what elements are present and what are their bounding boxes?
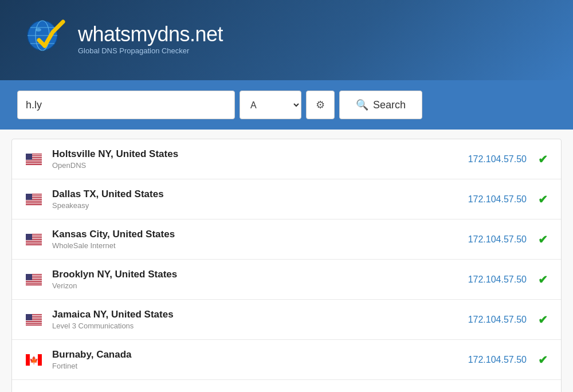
status-check-icon: ✔ [538,233,548,246]
status-cell: ✔ [536,193,550,206]
location-cell: Holtsville NY, United States OpenDNS [44,148,468,170]
logo-icon [23,16,69,62]
ip-address: 172.104.57.50 [468,355,527,365]
results-table: Holtsville NY, United States OpenDNS 172… [11,139,562,392]
table-row: Holtsville NY, United States OpenDNS 172… [12,139,561,179]
settings-button[interactable]: ⚙ [306,91,335,119]
svg-rect-18 [26,164,42,165]
status-cell: ✔ [536,152,550,166]
svg-rect-33 [26,194,32,200]
svg-rect-56 [26,281,42,282]
status-check-icon: ✔ [538,193,548,206]
svg-rect-69 [26,320,42,321]
status-check-icon: ✔ [538,273,548,287]
ip-address: 172.104.57.50 [468,154,527,164]
search-bar-area: A AAAA CNAME MX NS PTR SOA SRV TXT ⚙ 🔍 S… [0,80,573,130]
svg-rect-71 [26,322,42,323]
table-row: Dallas TX, United States Speakeasy 172.1… [12,179,561,219]
status-cell: ✔ [536,273,550,287]
svg-rect-57 [26,281,42,283]
results-area: Holtsville NY, United States OpenDNS 172… [0,130,573,392]
location-name: Jamaica NY, United States [52,309,468,320]
svg-rect-30 [26,202,42,203]
search-button[interactable]: 🔍 Search [339,91,422,119]
svg-rect-29 [26,201,42,202]
ip-address: 172.104.57.50 [468,194,527,205]
location-cell: Kansas City, United States WholeSale Int… [44,229,468,250]
ip-address: 172.104.57.50 [468,275,527,285]
svg-rect-60 [26,284,42,285]
status-cell: ✔ [536,353,550,367]
status-cell: ✔ [536,313,550,327]
table-row: Jamaica NY, United States Level 3 Commun… [12,300,561,340]
location-name: Dallas TX, United States [52,189,468,200]
svg-rect-17 [26,163,42,164]
svg-rect-44 [26,242,42,244]
site-title: whatsmydns.net [78,23,223,46]
svg-rect-46 [26,244,42,245]
svg-rect-43 [26,241,42,242]
flag-cell [23,234,44,245]
svg-rect-59 [26,283,42,284]
location-provider: WholeSale Internet [52,241,468,250]
flag-cell [23,274,44,285]
location-name: Brooklyn NY, United States [52,269,468,280]
svg-rect-27 [26,199,42,201]
flag-cell [23,194,44,205]
ip-address: 172.104.57.50 [468,234,527,245]
location-name: Kansas City, United States [52,229,468,240]
svg-rect-16 [26,162,42,163]
location-name: Holtsville NY, United States [52,148,468,160]
svg-rect-72 [26,323,42,324]
table-row: Mexico City, Mexico ✖ [12,380,561,392]
svg-rect-70 [26,321,42,322]
location-provider: Speakeasy [52,201,468,210]
svg-rect-74 [26,324,42,326]
svg-rect-32 [26,204,42,205]
ip-address: 172.104.57.50 [468,315,527,325]
svg-rect-58 [26,283,42,284]
svg-rect-28 [26,201,42,202]
status-check-icon: ✔ [538,353,548,367]
svg-rect-13 [26,159,42,160]
svg-rect-78 [38,354,42,366]
svg-rect-41 [26,240,42,241]
location-provider: Fortinet [52,362,468,370]
location-name: Burnaby, Canada [52,349,468,360]
location-cell: Brooklyn NY, United States Verizon [44,269,468,290]
svg-rect-47 [26,234,32,240]
table-row: 🍁 Burnaby, Canada Fortinet 172.104.57.50… [12,340,561,380]
svg-rect-73 [26,323,42,324]
flag-cell [23,154,44,165]
domain-search-input[interactable] [17,91,235,119]
svg-point-5 [36,28,41,32]
location-cell: Burnaby, Canada Fortinet [44,349,468,370]
site-subtitle: Global DNS Propagation Checker [78,46,223,55]
search-button-label: Search [373,99,406,111]
logo-area: whatsmydns.net Global DNS Propagation Ch… [23,16,223,62]
location-provider: Level 3 Communications [52,322,468,330]
svg-rect-14 [26,160,42,162]
svg-text:🍁: 🍁 [29,355,39,365]
flag-cell: 🍁 [23,354,44,366]
location-cell: Dallas TX, United States Speakeasy [44,189,468,210]
table-row: Brooklyn NY, United States Verizon 172.1… [12,260,561,300]
status-check-icon: ✔ [538,152,548,166]
svg-rect-15 [26,161,42,162]
gear-icon: ⚙ [316,99,325,111]
table-row: Kansas City, United States WholeSale Int… [12,219,561,260]
header: whatsmydns.net Global DNS Propagation Ch… [0,0,573,80]
logo-text-area: whatsmydns.net Global DNS Propagation Ch… [78,23,223,56]
location-cell: Jamaica NY, United States Level 3 Commun… [44,309,468,330]
svg-rect-45 [26,243,42,244]
flag-cell [23,314,44,326]
location-provider: OpenDNS [52,161,468,170]
svg-rect-55 [26,280,42,281]
status-check-icon: ✔ [538,313,548,327]
status-cell: ✔ [536,233,550,246]
record-type-select[interactable]: A AAAA CNAME MX NS PTR SOA SRV TXT [240,91,301,119]
svg-rect-31 [26,203,42,204]
svg-rect-19 [26,154,32,160]
svg-rect-61 [26,274,32,280]
svg-rect-75 [26,314,32,320]
